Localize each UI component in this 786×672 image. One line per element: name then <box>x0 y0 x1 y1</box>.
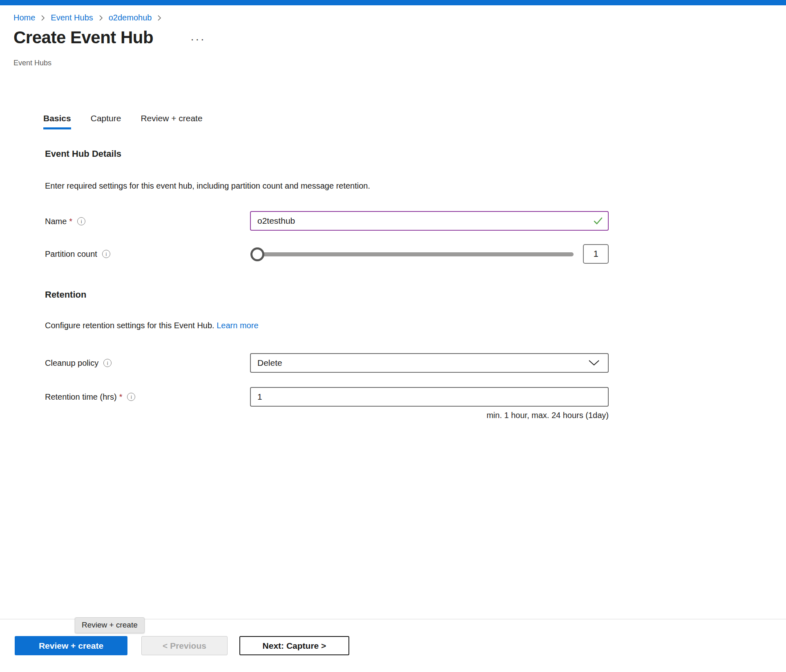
required-asterisk: * <box>119 392 123 402</box>
wizard-tabs: Basics Capture Review + create <box>43 113 203 129</box>
breadcrumb-event-hubs-link[interactable]: Event Hubs <box>51 13 93 22</box>
retention-description-row: Configure retention settings for this Ev… <box>45 321 259 330</box>
breadcrumb-home-link[interactable]: Home <box>13 13 35 22</box>
page-title: Create Event Hub <box>13 28 153 47</box>
tab-capture-label: Capture <box>91 113 121 123</box>
chevron-right-icon <box>156 14 162 22</box>
breadcrumb-o2demohub-link[interactable]: o2demohub <box>109 13 152 22</box>
previous-button[interactable]: < Previous <box>141 636 228 655</box>
required-asterisk: * <box>69 217 72 226</box>
partition-count-value-input[interactable] <box>583 244 609 264</box>
more-options-ellipsis-icon[interactable]: ··· <box>190 33 205 46</box>
info-icon[interactable] <box>127 393 135 401</box>
event-hub-details-heading: Event Hub Details <box>45 149 121 159</box>
learn-more-link[interactable]: Learn more <box>217 321 258 330</box>
retention-time-input[interactable] <box>250 387 609 407</box>
info-icon[interactable] <box>103 359 112 367</box>
next-capture-button[interactable]: Next: Capture > <box>239 636 349 655</box>
page-subtitle: Event Hubs <box>13 59 51 67</box>
name-input[interactable] <box>250 211 609 231</box>
breadcrumb: Home Event Hubs o2demohub <box>13 13 167 22</box>
review-create-button[interactable]: Review + create <box>15 636 127 655</box>
retention-time-label-row: Retention time (hrs) * <box>45 391 135 403</box>
slider-track[interactable] <box>257 252 574 256</box>
portal-top-bar <box>0 0 786 5</box>
cleanup-policy-dropdown[interactable]: Delete <box>250 353 609 373</box>
tab-review-create-label: Review + create <box>141 113 202 123</box>
retention-heading: Retention <box>45 289 86 300</box>
name-label-row: Name * <box>45 216 85 227</box>
chevron-right-icon <box>40 14 46 22</box>
event-hub-details-description: Enter required settings for this event h… <box>45 181 370 191</box>
name-field-wrap <box>250 211 609 231</box>
chevron-right-icon <box>98 14 104 22</box>
retention-description: Configure retention settings for this Ev… <box>45 321 214 330</box>
partition-count-label: Partition count <box>45 249 97 259</box>
info-icon[interactable] <box>102 250 110 258</box>
retention-time-hint: min. 1 hour, max. 24 hours (1day) <box>250 411 609 420</box>
chevron-down-icon <box>587 359 601 367</box>
tab-basics[interactable]: Basics <box>43 113 71 129</box>
partition-count-slider <box>250 244 609 264</box>
name-label: Name <box>45 217 67 226</box>
active-tab-underline <box>43 127 71 129</box>
retention-time-field-wrap <box>250 387 609 407</box>
cleanup-policy-label: Cleanup policy <box>45 358 98 368</box>
retention-time-label: Retention time (hrs) <box>45 392 117 402</box>
cleanup-policy-selected-value: Delete <box>257 358 587 368</box>
validation-check-icon <box>592 215 604 228</box>
create-event-hub-page: Home Event Hubs o2demohub Create Event H… <box>0 0 786 672</box>
info-icon[interactable] <box>77 217 85 225</box>
tab-capture[interactable]: Capture <box>91 113 121 129</box>
slider-handle[interactable] <box>250 247 264 261</box>
tab-basics-label: Basics <box>43 113 71 123</box>
partition-count-label-row: Partition count <box>45 248 110 260</box>
tab-review-create[interactable]: Review + create <box>141 113 202 129</box>
cleanup-policy-label-row: Cleanup policy <box>45 357 112 369</box>
review-create-tooltip: Review + create <box>75 617 145 633</box>
